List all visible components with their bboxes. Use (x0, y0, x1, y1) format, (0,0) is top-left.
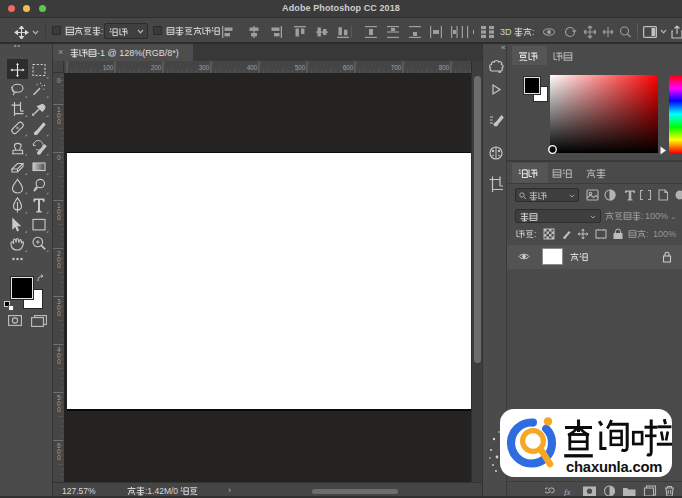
svg-text:400: 400 (246, 64, 257, 71)
svg-text:0: 0 (57, 118, 61, 125)
svg-text:800: 800 (438, 64, 449, 71)
svg-text:0: 0 (57, 310, 61, 317)
svg-text:0: 0 (57, 262, 61, 269)
svg-text:0: 0 (57, 214, 61, 221)
svg-text:0: 0 (57, 454, 61, 461)
svg-text:0: 0 (57, 358, 61, 365)
svg-text:700: 700 (390, 64, 401, 71)
svg-text:0: 0 (57, 154, 61, 161)
svg-text:600: 600 (342, 64, 353, 71)
svg-text:chaxunla.com: chaxunla.com (566, 459, 662, 475)
svg-text:500: 500 (294, 64, 305, 71)
svg-text:300: 300 (198, 64, 209, 71)
svg-text:0: 0 (57, 406, 61, 413)
svg-text:fx: fx (564, 487, 571, 497)
svg-text:100: 100 (102, 64, 113, 71)
svg-text:200: 200 (150, 64, 161, 71)
svg-text:0: 0 (57, 77, 61, 84)
